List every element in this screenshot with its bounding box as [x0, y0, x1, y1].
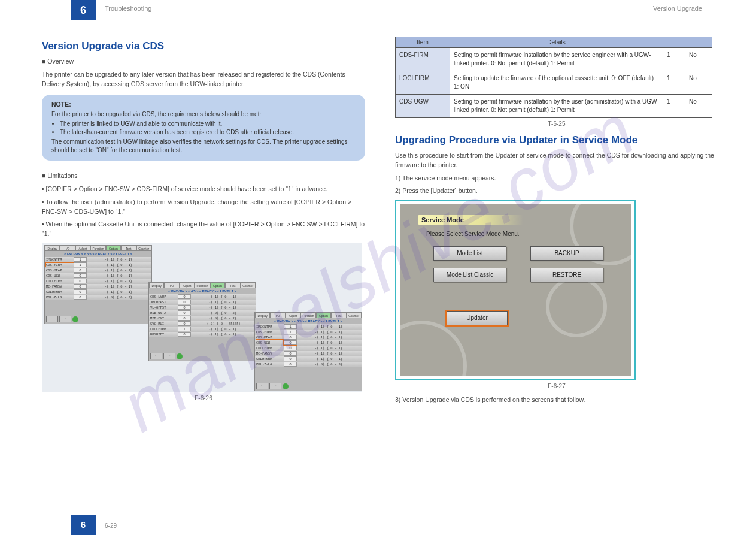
- sm-row[interactable]: IMGCNTPR1-( 1) { 0 ~ 1}: [45, 257, 151, 262]
- step-2: 2) Press the [Updater] button.: [395, 186, 718, 196]
- table-caption: T-6-25: [395, 120, 718, 127]
- sm-row[interactable]: VL-OFFST0-( 1) { 0 ~ 1}: [149, 305, 256, 310]
- th-col4: [685, 37, 712, 48]
- service-panel-1: Display I/O Adjust Function Option Test …: [44, 245, 152, 324]
- tab[interactable]: Function: [300, 313, 315, 318]
- tab[interactable]: Counter: [241, 283, 256, 288]
- left-overview-title: ■ Overview: [42, 57, 365, 67]
- panel-path: < FNC-SW > < 4/5 > < READY > < LEVEL 1 >: [149, 288, 256, 294]
- sm-row-highlight[interactable]: CDS-MEAP0-( 1) { 0 ~ 1}: [255, 335, 362, 340]
- sm-row[interactable]: MIB-WVTA0-( 0) { 0 ~ 2}: [149, 310, 256, 316]
- next-arrow[interactable]: →: [163, 353, 175, 359]
- figure-caption-1: F-6-26: [42, 395, 365, 401]
- prev-arrow[interactable]: ←: [46, 316, 58, 322]
- mode-list-button[interactable]: Mode List: [433, 246, 506, 261]
- step-3: 3) Version Upgrade via CDS is performed …: [395, 395, 718, 405]
- footer-text: 6-29: [105, 522, 117, 529]
- note-text-1: For the printer to be upgraded via CDS, …: [51, 110, 356, 119]
- th-col3: [663, 37, 685, 48]
- tab-option[interactable]: Option: [106, 246, 121, 251]
- sm-row-highlight[interactable]: CDS-FIRM1-( 1) { 0 ~ 1}: [45, 262, 151, 268]
- row-c4: No: [685, 71, 712, 95]
- sm-row[interactable]: JMCRFPST0-( 1) { 0 ~ 1}: [149, 300, 256, 305]
- tab[interactable]: Function: [195, 283, 210, 288]
- sm-row-highlight[interactable]: CDS-UGW0-( 1) { 0 ~ 1}: [255, 340, 362, 346]
- sm-row[interactable]: CDS-MEAP0-( 1) { 0 ~ 1}: [45, 268, 151, 273]
- tab[interactable]: Display: [255, 313, 270, 318]
- limitations-b2: • To allow the user (administrator) to p…: [42, 198, 365, 217]
- service-mode-table: Item Details CDS-FIRM Setting to permit …: [395, 37, 712, 118]
- tab[interactable]: Test: [121, 246, 136, 251]
- note-text-2: The communication test in UGW linkage al…: [51, 138, 356, 155]
- table-row: LOCLFIRM Setting to update the firmware …: [396, 71, 712, 95]
- limitations-b3: • When the optional Cassette Unit is con…: [42, 220, 365, 239]
- service-mode-screens: Display I/O Adjust Function Option Test …: [42, 243, 362, 392]
- sm-row[interactable]: CDS-LVUP0-( 1) { 0 ~ 1}: [149, 294, 256, 300]
- right-heading-1: Upgrading Procedure via Updater in Servi…: [395, 134, 718, 146]
- sm-row[interactable]: PDL-Z-LG0-( 0) { 0 ~ 3}: [45, 295, 151, 300]
- row-item: CDS-FIRM: [396, 48, 450, 71]
- limitations-b1: • [COPIER > Option > FNC-SW > CDS-FIRM] …: [42, 185, 365, 194]
- sm-row[interactable]: MC-FANSV0-( 1) { 0 ~ 1}: [45, 284, 151, 289]
- row-item: CDS-UGW: [396, 95, 450, 118]
- tab[interactable]: Adjust: [75, 246, 90, 251]
- updater-button[interactable]: Updater: [447, 311, 508, 325]
- note-bullet-2: The later-than-current firmware version …: [60, 128, 356, 137]
- tab[interactable]: I/O: [60, 246, 75, 251]
- th-item: Item: [396, 37, 450, 48]
- service-mode-subtitle: Please Select Service Mode Menu.: [426, 231, 520, 237]
- figure-caption-2: F-6-27: [395, 383, 718, 389]
- tab[interactable]: Test: [331, 313, 346, 318]
- table-row: CDS-UGW Setting to permit firmware insta…: [396, 95, 712, 118]
- status-dot: [283, 383, 289, 389]
- note-box-1: NOTE: For the printer to be upgraded via…: [42, 95, 365, 161]
- sm-row[interactable]: MC-FANSV0-( 1) { 0 ~ 1}: [255, 351, 362, 356]
- prev-arrow[interactable]: ←: [256, 383, 268, 389]
- tab[interactable]: Counter: [347, 313, 362, 318]
- tab[interactable]: I/O: [270, 313, 285, 318]
- backup-button[interactable]: BACKUP: [530, 246, 603, 261]
- mode-list-classic-button[interactable]: Mode List Classic: [433, 268, 506, 282]
- page-header: 6 Troubleshooting Version Upgrade: [0, 0, 756, 20]
- row-c3: 1: [663, 48, 685, 71]
- service-panel-3: Display I/O Adjust Function Option Test …: [254, 312, 362, 391]
- tab[interactable]: Display: [45, 246, 60, 251]
- sm-row[interactable]: CDS-UGW0-( 1) { 0 ~ 1}: [45, 273, 151, 279]
- left-heading-1: Version Upgrade via CDS: [42, 40, 365, 52]
- sm-row[interactable]: MIB-EXT0-( 0) { 0 ~ 2}: [149, 316, 256, 321]
- page-footer: 6 6-29: [0, 515, 756, 535]
- tab[interactable]: Test: [225, 283, 240, 288]
- left-overview-body: The printer can be upgraded to any later…: [42, 70, 365, 89]
- sm-row[interactable]: BKSHIFT0-( 1) { 0 ~ 1}: [149, 332, 256, 337]
- restore-button[interactable]: RESTORE: [530, 268, 603, 282]
- next-arrow[interactable]: →: [269, 383, 281, 389]
- status-dot: [72, 316, 78, 322]
- tab-option[interactable]: Option: [316, 313, 331, 318]
- tab[interactable]: I/O: [164, 283, 179, 288]
- prev-arrow[interactable]: ←: [150, 353, 162, 359]
- row-c4: No: [685, 48, 712, 71]
- sm-row[interactable]: CDS-FIRM1-( 1) { 0 ~ 1}: [255, 330, 362, 335]
- row-item: LOCLFIRM: [396, 71, 450, 95]
- section-title: Version Upgrade: [653, 5, 702, 12]
- sm-row[interactable]: SVC-RUI0-( 0) { 0 ~ 65535}: [149, 321, 256, 327]
- sm-row[interactable]: IMGCNTPR1-( 1) { 0 ~ 1}: [255, 324, 362, 330]
- tab[interactable]: Adjust: [180, 283, 195, 288]
- sm-row[interactable]: SDLMTNRM0-( 1) { 0 ~ 1}: [45, 289, 151, 295]
- tab[interactable]: Function: [90, 246, 105, 251]
- service-panel-2: Display I/O Adjust Function Option Test …: [148, 282, 256, 361]
- limitations-title: ■ Limitations: [42, 171, 365, 181]
- service-mode-menu: Service Mode Please Select Service Mode …: [395, 200, 636, 380]
- tab-option[interactable]: Option: [210, 283, 225, 288]
- tab[interactable]: Adjust: [286, 313, 300, 318]
- sm-row[interactable]: PDL-Z-LG0-( 0) { 0 ~ 3}: [255, 362, 362, 367]
- sm-row[interactable]: LOCLFIRM0-( 1) { 0 ~ 1}: [45, 279, 151, 284]
- tab[interactable]: Display: [149, 283, 164, 288]
- tab[interactable]: Counter: [136, 246, 151, 251]
- next-arrow[interactable]: →: [59, 316, 71, 322]
- sm-row[interactable]: LOCLFIRM0-( 1) { 0 ~ 1}: [255, 346, 362, 351]
- panel-path: < FNC-SW > < 3/5 > < READY > < LEVEL 1 >: [255, 318, 362, 324]
- sm-row-highlight[interactable]: LOCLFIRM1-( 1) { 0 ~ 1}: [149, 327, 256, 332]
- sm-row[interactable]: SDLMTNRM0-( 1) { 0 ~ 1}: [255, 356, 362, 362]
- status-dot: [177, 353, 183, 359]
